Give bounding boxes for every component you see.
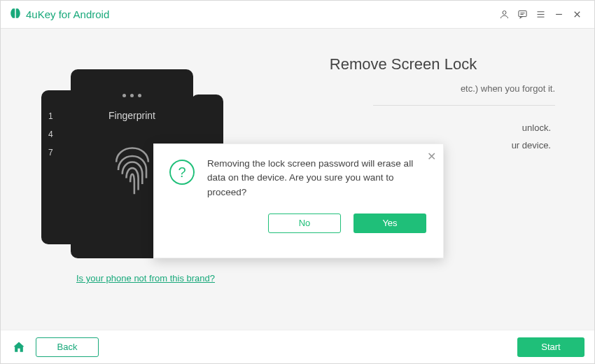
pin-digit: 1 (48, 111, 73, 121)
modal-yes-button[interactable]: Yes (354, 214, 426, 233)
app-title: 4uKey for Android (26, 8, 109, 20)
modal-close-button[interactable]: ✕ (427, 150, 436, 163)
bullet-fragment: unlock. (251, 120, 551, 137)
app-logo: 4uKey for Android (9, 7, 109, 22)
menu-button[interactable] (531, 6, 550, 24)
app-window: 4uKey for Android 1 4 7 (0, 0, 595, 364)
feedback-button[interactable] (513, 6, 531, 24)
fingerprint-label: Fingerprint (108, 110, 155, 121)
brand-help-link[interactable]: Is your phone not from this brand? (76, 273, 215, 284)
svg-rect-1 (518, 11, 526, 17)
description-fragment: etc.) when you forgot it. (251, 83, 555, 94)
modal-message: Removing the lock screen password will e… (207, 157, 426, 200)
main-body: 1 4 7 Fingerprint (1, 29, 594, 330)
divider (373, 105, 555, 106)
confirm-modal: ✕ ? Removing the lock screen password wi… (153, 144, 444, 258)
titlebar: 4uKey for Android (1, 1, 594, 29)
back-button[interactable]: Back (36, 337, 99, 357)
svg-point-0 (503, 11, 506, 15)
pin-digit: 7 (48, 148, 73, 158)
modal-no-button[interactable]: No (268, 214, 341, 233)
page-title: Remove Screen Lock (251, 55, 555, 74)
close-window-button[interactable] (568, 6, 586, 24)
app-logo-icon (9, 7, 22, 22)
start-button[interactable]: Start (517, 337, 584, 357)
bottom-bar: Back Start (1, 330, 594, 363)
pin-digit: 4 (48, 130, 73, 139)
status-dots (122, 94, 141, 97)
account-button[interactable] (495, 6, 513, 24)
question-icon: ? (169, 160, 195, 185)
minimize-button[interactable] (550, 6, 568, 24)
fingerprint-icon (108, 142, 157, 201)
home-button[interactable] (10, 339, 27, 356)
